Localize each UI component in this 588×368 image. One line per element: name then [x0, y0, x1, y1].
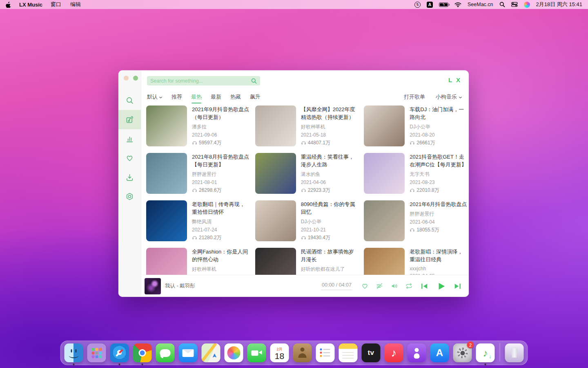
playlist-title[interactable]: 民谣酒馆：故事填饱岁月漫长: [301, 248, 359, 264]
playlist-cover[interactable]: [146, 200, 187, 241]
playlist-card[interactable]: 2021抖音热歌GET！走在潮声C位【每月更新】 无字天书 2021-08-23…: [364, 153, 467, 194]
playlist-cover[interactable]: [364, 200, 405, 241]
playlist-cover[interactable]: [364, 248, 405, 275]
sidebar-item-playlists[interactable]: [118, 110, 141, 129]
playlist-card[interactable]: 8090经典篇：你的专属回忆 DJ小公举 2021-10-21 19430.4万: [255, 200, 359, 241]
playlist-card[interactable]: 2021年6月抖音热歌盘点 胖胖谢景行 2021-06-04 18055.5万: [364, 200, 467, 241]
playlist-title[interactable]: 车载DJ：油门加满，一路向北: [410, 106, 467, 121]
status-toggle-icon[interactable]: ⇅: [414, 2, 421, 8]
dock-facetime-icon[interactable]: [247, 343, 266, 362]
playlist-card[interactable]: 2021年8月抖音热歌盘点【每日更新】 胖胖谢景行 2021-08-01 262…: [146, 153, 249, 194]
window-close-button[interactable]: [133, 76, 138, 81]
dock-safari-icon[interactable]: [110, 343, 129, 362]
tab-3[interactable]: 最新: [211, 93, 221, 101]
playlist-cover[interactable]: [255, 153, 296, 194]
dock-contacts-icon[interactable]: [293, 343, 312, 362]
dock-launchpad-icon[interactable]: [87, 343, 106, 362]
dock-chrome-icon[interactable]: [133, 343, 152, 362]
playlist-cover[interactable]: [364, 153, 405, 194]
previous-button[interactable]: [420, 282, 429, 291]
headphone-icon: [192, 140, 197, 146]
menu-bar: LX Music 窗口编辑 ⇅ A ϟ SeeMac.cn 2月18日 周六 1…: [0, 0, 588, 9]
sidebar-item-download[interactable]: [118, 168, 141, 187]
sidebar-item-favorites[interactable]: [118, 148, 141, 168]
playlist-title[interactable]: 2021年6月抖音热歌盘点: [410, 201, 467, 209]
playlist-card[interactable]: 2021年9月抖音热歌盘点（每日更新） 潘多拉 2021-09-06 59597…: [146, 105, 249, 146]
window-minimize-button[interactable]: [124, 76, 129, 81]
playlist-cover[interactable]: [364, 105, 405, 146]
menubar-menu[interactable]: 编辑: [70, 1, 81, 8]
menubar-menu[interactable]: 窗口: [51, 1, 61, 8]
lyrics-toggle-button[interactable]: [376, 282, 383, 290]
dock-tv-icon[interactable]: [362, 343, 381, 362]
play-mode-button[interactable]: [405, 282, 413, 290]
sidebar-item-ranking[interactable]: [118, 129, 141, 148]
dock-podcasts-icon[interactable]: [408, 343, 426, 362]
playlist-card[interactable]: 老歌翻唱｜传奇再现，重拾惜日情怀 弊绝风清 2021-07-24 21280.2…: [146, 200, 249, 241]
dock-settings-icon[interactable]: 2: [453, 343, 472, 362]
search-bar[interactable]: [147, 76, 260, 85]
play-button[interactable]: [436, 281, 446, 292]
search-submit-icon[interactable]: [251, 78, 257, 84]
playlist-title[interactable]: 2021抖音热歌GET！走在潮声C位【每月更新】: [410, 153, 467, 169]
siri-icon[interactable]: [524, 2, 530, 8]
playlist-title[interactable]: 重温经典：笑看往事，漫步人生路: [301, 153, 359, 169]
tab-4[interactable]: 热藏: [230, 93, 241, 101]
volume-button[interactable]: [390, 282, 398, 290]
playlist-title[interactable]: 8090经典篇：你的专属回忆: [301, 201, 359, 216]
dock-finder-icon[interactable]: [65, 343, 83, 362]
sidebar-item-search[interactable]: [118, 91, 141, 110]
playlist-cover[interactable]: [146, 248, 187, 275]
next-button[interactable]: [453, 282, 462, 291]
playlist-card[interactable]: 车载DJ：油门加满，一路向北 DJ小公举 2021-08-20 26661万: [364, 105, 467, 146]
playlist-card[interactable]: 重温经典：笑看往事，漫步人生路 潞水的鱼 2021-04-06 22923.3万: [255, 153, 359, 194]
dock-mail-icon[interactable]: [179, 343, 198, 362]
dock-trash-icon[interactable]: [505, 343, 524, 362]
favorite-button[interactable]: [361, 282, 369, 290]
dock-photos-icon[interactable]: [225, 343, 243, 362]
dock-lxmusic-icon[interactable]: [476, 343, 495, 362]
dock-calendar-icon[interactable]: 2月 18: [270, 343, 289, 362]
menubar-app-name[interactable]: LX Music: [19, 2, 42, 8]
tab-0[interactable]: 默认: [147, 93, 163, 101]
wifi-icon[interactable]: [454, 2, 461, 7]
playlist-title[interactable]: 老歌新唱：深情演绎，重温往日经典: [410, 248, 467, 264]
tab-2[interactable]: 最热: [191, 93, 202, 101]
tab-5[interactable]: 飙升: [250, 93, 261, 101]
headphone-icon: [301, 235, 306, 240]
open-playlist-button[interactable]: 打开歌单: [404, 93, 425, 101]
source-select[interactable]: 小枸音乐: [436, 93, 462, 101]
dock-reminders-icon[interactable]: [316, 343, 335, 362]
spotlight-icon[interactable]: [499, 2, 505, 7]
album-art[interactable]: [145, 278, 161, 294]
playlist-card[interactable]: 老歌新唱：深情演绎，重温往日经典 xxxjchh 2021-04-05: [364, 248, 467, 275]
playlist-plays: 18055.5万: [410, 227, 467, 233]
playlist-card[interactable]: 全网Fashion：你是人间的怦然心动 好歌种草机 2021-04-02: [146, 248, 249, 275]
playlist-cover[interactable]: [255, 200, 296, 241]
dock-maps-icon[interactable]: [202, 343, 220, 362]
playlist-title[interactable]: 老歌翻唱｜传奇再现，重拾惜日情怀: [192, 201, 249, 216]
sidebar-item-settings[interactable]: [118, 187, 141, 206]
playlist-title[interactable]: 2021年9月抖音热歌盘点（每日更新）: [192, 106, 249, 121]
dock-messages-icon[interactable]: [156, 343, 175, 362]
control-center-icon[interactable]: [511, 2, 518, 7]
dock-music-icon[interactable]: [385, 343, 403, 362]
playlist-title[interactable]: 全网Fashion：你是人间的怦然心动: [192, 248, 249, 264]
playlist-cover[interactable]: [146, 105, 187, 146]
search-input[interactable]: [147, 76, 251, 85]
playlist-title[interactable]: 【风靡全网】2022年度精选热歌（持续更新）: [301, 106, 359, 121]
playlist-cover[interactable]: [146, 153, 187, 194]
battery-icon[interactable]: ϟ: [439, 2, 448, 7]
network-name[interactable]: SeeMac.cn: [468, 2, 493, 7]
playlist-card[interactable]: 民谣酒馆：故事填饱岁月漫长 好听的歌都在这儿了 2021-08-01: [255, 248, 359, 275]
menubar-clock[interactable]: 2月18日 周六 15:41: [536, 1, 582, 8]
playlist-card[interactable]: 【风靡全网】2022年度精选热歌（持续更新） 好歌种草机 2021-05-18 …: [255, 105, 359, 146]
playlist-cover[interactable]: [255, 248, 296, 275]
dock-appstore-icon[interactable]: [430, 343, 449, 362]
tab-1[interactable]: 推荐: [172, 93, 182, 101]
dock-notes-icon[interactable]: [339, 343, 358, 362]
playlist-cover[interactable]: [255, 105, 296, 146]
playlist-title[interactable]: 2021年8月抖音热歌盘点【每日更新】: [192, 153, 249, 169]
apple-menu[interactable]: [6, 2, 11, 8]
input-source-icon[interactable]: A: [427, 2, 433, 8]
